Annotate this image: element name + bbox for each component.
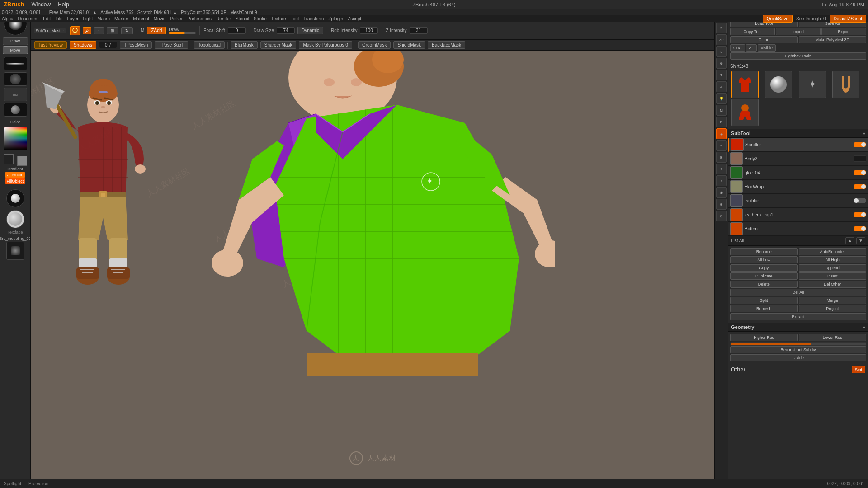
app-name[interactable]: ZBrush: [4, 1, 24, 8]
all-low-btn[interactable]: All Low: [730, 256, 798, 263]
subtool-section-header[interactable]: SubTool ▾: [728, 129, 868, 138]
right-icon-snap[interactable]: ⊞: [716, 152, 727, 163]
fill-object-btn[interactable]: FillObject: [5, 178, 26, 184]
right-icon-zscript[interactable]: Z: [716, 23, 727, 33]
sharpenmask-btn[interactable]: SharpenMask: [260, 41, 297, 49]
merge-btn[interactable]: Merge: [799, 297, 867, 304]
clone-btn[interactable]: Clone: [730, 36, 798, 43]
higher-res-btn[interactable]: Higher Res: [730, 334, 798, 341]
menu-light[interactable]: Light: [83, 16, 93, 21]
delete-btn[interactable]: Delete: [730, 281, 798, 288]
menu-preferences[interactable]: Preferences: [187, 16, 212, 21]
brush-texture-preview[interactable]: Tex: [4, 88, 27, 101]
tastpreview-btn[interactable]: TastPreview: [34, 41, 67, 49]
other-orange-btn[interactable]: Smt: [852, 366, 865, 373]
tool-thumb-polymesh[interactable]: ✦: [799, 71, 826, 98]
subtool-toggle-caliblur[interactable]: [854, 198, 866, 203]
extract-btn[interactable]: Extract: [730, 313, 866, 320]
subtool-item-button[interactable]: Button: [728, 222, 868, 236]
right-icon-extra4[interactable]: ⊖: [716, 211, 727, 221]
import-btn[interactable]: Import: [776, 28, 821, 35]
subtool-item-body2[interactable]: Body2 -: [728, 152, 868, 166]
split-btn[interactable]: Split: [730, 297, 798, 304]
right-icon-material[interactable]: M: [716, 105, 727, 116]
lightbox-btn[interactable]: Lightbox Tools: [730, 52, 866, 60]
right-icon-zplugin[interactable]: ZP: [716, 34, 727, 45]
right-icon-light[interactable]: 💡: [716, 93, 727, 104]
insert-btn[interactable]: Insert: [799, 272, 867, 280]
menu-stencil[interactable]: Stencil: [236, 16, 249, 21]
menu-transform[interactable]: Transform: [303, 16, 324, 21]
texture-preview[interactable]: [6, 210, 24, 228]
shadows-btn[interactable]: Shadows: [70, 41, 96, 49]
paint-btn[interactable]: 🖌: [83, 27, 91, 34]
projection-label[interactable]: Projection: [28, 481, 48, 486]
subtool-toggle-hairwrap[interactable]: [854, 184, 866, 189]
shadows-value[interactable]: 0.7: [99, 42, 117, 48]
viewport[interactable]: 人人素材社区 人人素材社区 人人素材社区 人人素材社区 人人素材社区 人人素材社…: [31, 51, 714, 479]
reconstruct-btn[interactable]: Reconstruct Subdiv: [730, 346, 866, 353]
rgb-rotate-btn[interactable]: ↻: [121, 27, 133, 34]
subtool-item-leatherp[interactable]: leatherp_cap1: [728, 208, 868, 222]
right-icon-fog[interactable]: ≡: [716, 140, 727, 151]
right-icon-help[interactable]: ?: [716, 164, 727, 174]
backfacemask-btn[interactable]: BackfaceMask: [428, 41, 465, 49]
copy-btn[interactable]: Copy: [730, 264, 798, 272]
right-icon-render[interactable]: R: [716, 117, 727, 127]
append-btn[interactable]: Append: [799, 264, 867, 272]
draw-size-value[interactable]: 74: [277, 27, 295, 34]
divide-btn[interactable]: Divide: [730, 354, 866, 361]
left-btn-move[interactable]: Move: [3, 46, 28, 54]
brush-alpha-preview[interactable]: [4, 72, 27, 86]
brush-stroke-preview[interactable]: [4, 57, 27, 70]
tool-thumb-simplebrush[interactable]: [832, 71, 859, 98]
menu-edit[interactable]: Edit: [43, 16, 51, 21]
rgb-intensity-value[interactable]: 100: [360, 27, 378, 34]
rename-btn[interactable]: Rename: [730, 248, 798, 255]
menu-file[interactable]: File: [55, 16, 62, 21]
zadd-btn[interactable]: ZAdd: [147, 27, 166, 34]
menu-help[interactable]: Help: [58, 1, 69, 8]
brush-material-small[interactable]: [4, 103, 27, 117]
make-polymesh-btn[interactable]: Make PolyMesh3D: [799, 36, 867, 43]
menu-render[interactable]: Render: [216, 16, 231, 21]
visible-btn[interactable]: Visible: [758, 44, 776, 52]
all-btn[interactable]: All: [746, 44, 757, 52]
subtool-toggle-shirt[interactable]: [854, 142, 866, 147]
color-foreground[interactable]: [4, 154, 14, 164]
right-icon-active[interactable]: ◈: [716, 128, 727, 139]
subtool-item-caliblur[interactable]: caliblur: [728, 194, 868, 208]
left-btn-draw[interactable]: Draw: [3, 37, 28, 45]
groommask-btn[interactable]: GroomMask: [358, 41, 391, 49]
menu-window[interactable]: Window: [32, 1, 51, 8]
focal-shift-value[interactable]: 0: [228, 27, 246, 34]
all-high-btn[interactable]: All High: [799, 256, 867, 263]
quicksave-btn[interactable]: QuickSave: [763, 15, 793, 23]
tpose-sub-btn[interactable]: TPose SubT: [155, 41, 188, 49]
menu-texture[interactable]: Texture: [271, 16, 286, 21]
export-btn[interactable]: Export: [821, 28, 866, 35]
menu-alpha[interactable]: Alpha: [2, 16, 14, 21]
right-icon-layer[interactable]: L: [716, 46, 727, 57]
alternate-btn[interactable]: Alternate: [5, 172, 25, 178]
list-down-btn[interactable]: ▼: [856, 237, 865, 244]
autorecorder-btn[interactable]: AutoRecorder: [799, 248, 867, 255]
right-icon-extra1[interactable]: ↕: [716, 175, 727, 186]
subtool-toggle-glcc[interactable]: [854, 170, 866, 175]
topological-btn[interactable]: Topological: [194, 41, 225, 49]
rgb-scale-btn[interactable]: ⊞: [107, 27, 118, 34]
tool-thumb-red-shirt[interactable]: [731, 71, 759, 98]
menu-marker[interactable]: Marker: [114, 16, 128, 21]
subtool-toggle-leatherp[interactable]: [854, 212, 866, 217]
menu-zplugin[interactable]: Zplugin: [328, 16, 343, 21]
menu-macro[interactable]: Macro: [97, 16, 110, 21]
menu-document[interactable]: Document: [18, 16, 39, 21]
subtool-item-hairwrap[interactable]: HairWrap: [728, 180, 868, 194]
geometry-section-header[interactable]: Geometry ▾: [728, 323, 868, 332]
draw-btn[interactable]: [70, 26, 80, 35]
color-background[interactable]: [17, 156, 27, 166]
right-icon-preferences[interactable]: ⚙: [716, 58, 727, 69]
menu-layer[interactable]: Layer: [67, 16, 79, 21]
tool-thumb-char[interactable]: [731, 99, 759, 126]
right-icon-extra3[interactable]: ⊕: [716, 199, 727, 210]
